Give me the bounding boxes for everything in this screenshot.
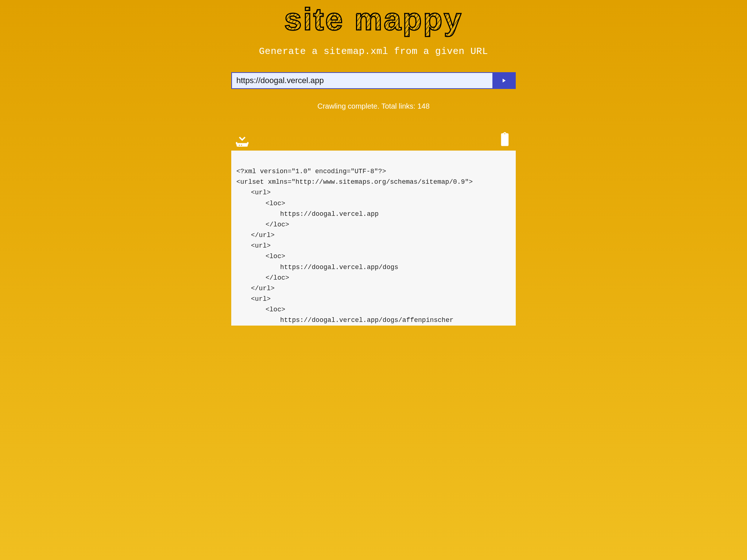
xml-line: <url> <box>236 187 511 198</box>
clipboard-icon <box>498 132 511 148</box>
xml-loc: https://doogal.vercel.app/dogs/affenpins… <box>236 315 511 326</box>
url-input[interactable] <box>232 73 492 88</box>
output-toolbar <box>231 130 516 151</box>
logo-text: site mappy <box>284 1 462 36</box>
xml-line: <loc> <box>236 304 511 315</box>
xml-line: </url> <box>236 230 511 241</box>
xml-line: <urlset xmlns="http://www.sitemaps.org/s… <box>236 178 473 186</box>
url-form <box>231 72 516 89</box>
copy-button[interactable] <box>496 130 514 148</box>
xml-line: <loc> <box>236 251 511 262</box>
xml-line: </loc> <box>236 273 511 283</box>
xml-loc: https://doogal.vercel.app <box>236 209 511 219</box>
status-count: 148 <box>417 102 429 110</box>
play-icon <box>500 77 507 84</box>
subtitle: Generate a sitemap.xml from a given URL <box>231 46 516 57</box>
generate-button[interactable] <box>492 73 515 88</box>
xml-line: <?xml version="1.0" encoding="UTF-8"?> <box>236 168 386 175</box>
svg-point-4 <box>241 145 242 146</box>
xml-loc: https://doogal.vercel.app/dogs <box>236 262 511 273</box>
xml-line: <url> <box>236 294 511 304</box>
xml-line: <loc> <box>236 198 511 209</box>
download-icon <box>234 131 251 148</box>
status-text: Crawling complete. Total links: 148 <box>231 102 516 110</box>
xml-line: <url> <box>236 241 511 251</box>
svg-point-3 <box>239 145 240 146</box>
download-button[interactable] <box>233 130 251 148</box>
xml-output[interactable]: <?xml version="1.0" encoding="UTF-8"?> <… <box>231 151 516 326</box>
xml-line: </url> <box>236 283 511 294</box>
xml-line: </loc> <box>236 219 511 230</box>
svg-rect-2 <box>237 143 248 147</box>
app-title: site mappy <box>231 1 516 38</box>
status-prefix: Crawling complete. Total links: <box>317 102 417 110</box>
